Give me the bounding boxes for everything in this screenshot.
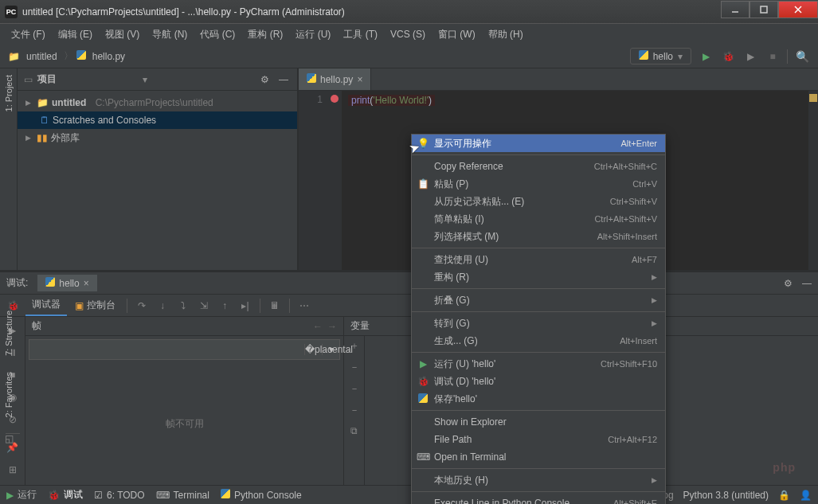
editor-tab-bar: hello.py × bbox=[299, 68, 818, 91]
thread-selector[interactable]: �placental ▾ bbox=[29, 339, 340, 360]
ctx-paste[interactable]: 📋粘贴 (P)Ctrl+V bbox=[412, 175, 665, 193]
breakpoint-icon[interactable] bbox=[331, 95, 339, 103]
status-terminal[interactable]: ⌨Terminal bbox=[156, 490, 209, 501]
menu-vcs[interactable]: VCS (S) bbox=[386, 26, 430, 42]
left-tool-strip: 1: Project bbox=[0, 68, 18, 270]
ctx-paste-history[interactable]: 从历史记录粘贴... (E)Ctrl+Shift+V bbox=[412, 193, 665, 210]
interpreter-label[interactable]: Python 3.8 (untitled) bbox=[683, 490, 769, 501]
stop-button[interactable]: ■ bbox=[765, 51, 781, 62]
warning-marker-icon[interactable] bbox=[809, 94, 817, 102]
tool-structure[interactable]: 7: Structure bbox=[4, 303, 14, 364]
menu-tools[interactable]: 工具 (T) bbox=[339, 25, 382, 44]
tool-project[interactable]: 1: Project bbox=[4, 72, 14, 115]
remove-watch-icon[interactable]: － bbox=[350, 361, 359, 374]
panel-view-icon[interactable]: ▭ bbox=[24, 74, 33, 85]
search-everywhere-button[interactable]: 🔍 bbox=[794, 50, 810, 63]
breadcrumb-root[interactable]: untitled bbox=[23, 49, 61, 64]
add-watch-icon[interactable]: ＋ bbox=[350, 339, 359, 353]
ctx-copy-reference[interactable]: Copy ReferenceCtrl+Alt+Shift+C bbox=[412, 158, 665, 175]
evaluate-icon[interactable]: 🖩 bbox=[265, 296, 284, 315]
breakpoint-gutter[interactable] bbox=[327, 91, 342, 270]
ctx-exec-line[interactable]: Execute Line in Python ConsoleAlt+Shift+… bbox=[412, 494, 665, 504]
menu-run[interactable]: 运行 (U) bbox=[291, 25, 335, 44]
close-icon[interactable]: × bbox=[84, 278, 89, 289]
collapse-icon[interactable]: — bbox=[802, 278, 812, 289]
menu-refactor[interactable]: 重构 (R) bbox=[243, 25, 288, 44]
collapse-icon[interactable]: — bbox=[276, 74, 291, 85]
prev-frame-icon[interactable]: ← bbox=[313, 321, 323, 332]
debug-tab-hello[interactable]: hello × bbox=[37, 275, 96, 291]
app-icon: PC bbox=[5, 6, 18, 18]
step-into-icon[interactable]: ↓ bbox=[153, 296, 172, 315]
ctx-run[interactable]: ▶运行 (U) 'hello'Ctrl+Shift+F10 bbox=[412, 355, 665, 373]
menu-file[interactable]: 文件 (F) bbox=[6, 25, 50, 44]
tool-window-quick-icon[interactable]: ◱ bbox=[5, 433, 14, 444]
tree-item-external-libs[interactable]: ▶ ▮▮ 外部库 bbox=[18, 129, 297, 147]
dropdown-icon[interactable]: ▾ bbox=[322, 344, 339, 355]
menu-help[interactable]: 帮助 (H) bbox=[483, 25, 528, 44]
status-todo[interactable]: ☑6: TODO bbox=[94, 490, 145, 501]
console-tab[interactable]: ▣控制台 bbox=[68, 295, 122, 315]
step-out-icon[interactable]: ↑ bbox=[215, 296, 234, 315]
up-icon[interactable]: － bbox=[350, 382, 359, 396]
tree-label: Scratches and Consoles bbox=[53, 115, 156, 126]
ctx-debug[interactable]: 🐞调试 (D) 'hello' bbox=[412, 373, 665, 390]
step-over-icon[interactable]: ↷ bbox=[132, 296, 151, 315]
ctx-column-mode[interactable]: 列选择模式 (M)Alt+Shift+Insert bbox=[412, 228, 665, 245]
next-frame-icon[interactable]: → bbox=[327, 321, 337, 332]
status-debug[interactable]: 🐞调试 bbox=[48, 488, 83, 502]
hector-icon[interactable]: 👤 bbox=[800, 490, 812, 501]
ctx-file-path[interactable]: File PathCtrl+Alt+F12 bbox=[412, 431, 665, 448]
editor-marker-strip[interactable] bbox=[808, 91, 818, 270]
ctx-save[interactable]: 保存'hello' bbox=[412, 390, 665, 408]
menu-window[interactable]: 窗口 (W) bbox=[433, 25, 480, 44]
ctx-show-actions[interactable]: 💡显示可用操作Alt+Enter bbox=[412, 135, 665, 152]
layout-icon[interactable]: ⊞ bbox=[9, 461, 17, 479]
ctx-open-terminal[interactable]: ⌨Open in Terminal bbox=[412, 448, 665, 466]
force-step-icon[interactable]: ⇲ bbox=[194, 296, 213, 315]
down-icon[interactable]: － bbox=[350, 404, 359, 417]
breadcrumb-file[interactable]: hello.py bbox=[89, 49, 128, 64]
maximize-button[interactable] bbox=[750, 1, 778, 18]
console-icon: ▣ bbox=[75, 300, 84, 311]
ctx-folding[interactable]: 折叠 (G)▶ bbox=[412, 291, 665, 309]
expand-arrow-icon[interactable]: ▶ bbox=[25, 99, 33, 107]
editor-tab-hello[interactable]: hello.py × bbox=[299, 68, 371, 90]
more-icon[interactable]: ⋯ bbox=[295, 296, 314, 315]
run-to-cursor-icon[interactable]: ▸| bbox=[236, 296, 255, 315]
debugger-tab[interactable]: 调试器 bbox=[25, 295, 67, 316]
minimize-button[interactable] bbox=[721, 1, 750, 18]
run-button[interactable]: ▶ bbox=[698, 51, 714, 62]
paste-icon: 📋 bbox=[417, 178, 429, 189]
close-tab-icon[interactable]: × bbox=[357, 74, 362, 85]
status-python-console[interactable]: Python Console bbox=[221, 489, 302, 501]
filter-icon[interactable]: �placental bbox=[304, 344, 322, 355]
expand-arrow-icon[interactable]: ▶ bbox=[25, 134, 33, 142]
run-config-selector[interactable]: hello ▾ bbox=[630, 48, 691, 64]
menu-edit[interactable]: 编辑 (E) bbox=[53, 25, 97, 44]
run-with-coverage-button[interactable]: ▶ bbox=[742, 51, 758, 62]
menu-navigate[interactable]: 导航 (N) bbox=[147, 25, 192, 44]
ctx-local-history[interactable]: 本地历史 (H)▶ bbox=[412, 471, 665, 489]
tree-item-scratches[interactable]: 🗒 Scratches and Consoles bbox=[18, 111, 297, 129]
ctx-paste-simple[interactable]: 简单粘贴 (I)Ctrl+Alt+Shift+V bbox=[412, 210, 665, 228]
todo-icon: ☑ bbox=[94, 490, 103, 501]
settings-icon[interactable]: ⚙ bbox=[784, 278, 793, 289]
status-run[interactable]: ▶运行 bbox=[6, 488, 37, 502]
debug-button[interactable]: 🐞 bbox=[720, 51, 736, 62]
ctx-goto[interactable]: 转到 (G)▶ bbox=[412, 315, 665, 332]
ctx-show-explorer[interactable]: Show in Explorer bbox=[412, 413, 665, 431]
copy-icon[interactable]: ⧉ bbox=[350, 425, 358, 436]
dropdown-icon[interactable]: ▾ bbox=[143, 74, 147, 85]
settings-icon[interactable]: ⚙ bbox=[257, 74, 272, 85]
step-into-my-icon[interactable]: ⤵ bbox=[174, 296, 193, 315]
lock-icon[interactable]: 🔒 bbox=[778, 490, 790, 501]
menu-view[interactable]: 视图 (V) bbox=[100, 25, 144, 44]
menu-code[interactable]: 代码 (C) bbox=[195, 25, 240, 44]
ctx-refactor[interactable]: 重构 (R)▶ bbox=[412, 268, 665, 286]
close-button[interactable] bbox=[778, 1, 818, 18]
ctx-find-usages[interactable]: 查找使用 (U)Alt+F7 bbox=[412, 251, 665, 268]
tree-item-untitled[interactable]: ▶ 📁 untitled C:\PycharmProjects\untitled bbox=[18, 94, 297, 111]
tool-favorites[interactable]: 2: Favorites bbox=[4, 364, 14, 425]
ctx-generate[interactable]: 生成... (G)Alt+Insert bbox=[412, 332, 665, 350]
